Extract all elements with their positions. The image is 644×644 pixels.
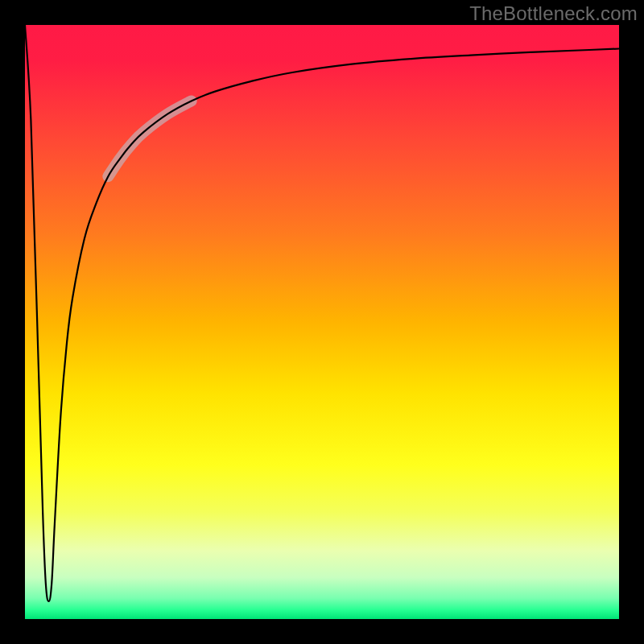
plot-area [25,25,619,619]
watermark-label: TheBottleneck.com [469,2,638,25]
gradient-background [25,25,619,619]
chart-frame: TheBottleneck.com [0,0,644,644]
chart-svg [25,25,619,619]
